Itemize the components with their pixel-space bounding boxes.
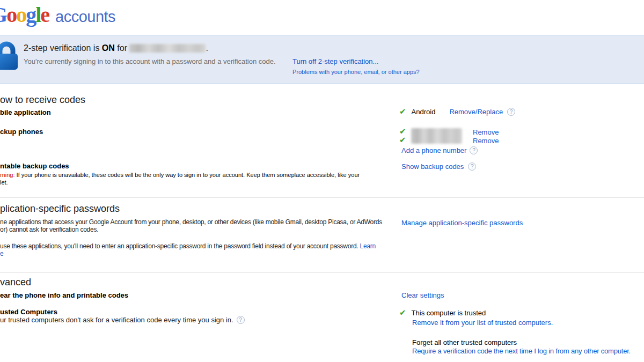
google-logo-text: Google	[0, 3, 49, 27]
remove-phone-2-link[interactable]: Remove	[473, 137, 499, 145]
paragraph-line: e	[0, 250, 376, 257]
backup-codes-warning: rning: If your phone is unavailable, the…	[0, 171, 360, 186]
trusted-desc-text: ur trusted computers don't ask for a ver…	[0, 316, 233, 324]
section-divider	[0, 272, 644, 273]
trusted-computers-label: usted Computers	[0, 308, 57, 316]
banner-subtitle: You're currently signing in to this acco…	[24, 57, 276, 65]
banner-title-prefix: 2-step verification is	[24, 43, 102, 53]
backup-phones-label: ckup phones	[0, 128, 43, 136]
warning-prefix: rning:	[0, 172, 15, 178]
header-bar: Googleaccounts	[0, 0, 644, 35]
manage-app-passwords-link[interactable]: Manage application-specific passwords	[401, 219, 523, 227]
redacted-account-email	[129, 44, 206, 53]
warning-line-2: let.	[0, 179, 360, 186]
app-passwords-paragraph-2: use these applications, you'll need to e…	[0, 242, 376, 257]
lock-icon	[0, 40, 19, 71]
backup-phones-block: ✔ ✔ Remove Remove Add a phone number ?	[399, 128, 560, 157]
paragraph-line: use these applications, you'll need to e…	[0, 242, 376, 250]
clear-settings-link[interactable]: Clear settings	[401, 291, 444, 299]
logo-letter: l	[35, 3, 40, 27]
warning-text: If your phone is unavailable, these code…	[15, 172, 360, 178]
show-codes-row: Show backup codes ?	[401, 162, 476, 171]
receive-codes-heading: ow to receive codes	[0, 94, 85, 106]
app-passwords-heading: plication-specific passwords	[0, 203, 120, 215]
check-icon: ✔	[399, 136, 406, 144]
warning-line-1: rning: If your phone is unavailable, the…	[0, 171, 360, 179]
app-passwords-paragraph-1: ne applications that access your Google …	[0, 218, 382, 233]
clear-phone-info-label: ear the phone info and printable codes	[0, 291, 128, 299]
paragraph-line: or) cannot ask for verification codes.	[0, 226, 382, 233]
trusted-computers-block: ✔ This computer is trusted Remove it fro…	[399, 309, 644, 362]
check-icon: ✔	[399, 108, 406, 116]
printable-codes-label: ntable backup codes	[0, 162, 69, 170]
section-divider	[0, 197, 644, 198]
require-code-link[interactable]: Require a verification code the next tim…	[412, 347, 631, 355]
two-step-banner: 2-step verification is ON for . You're c…	[0, 35, 644, 84]
remove-replace-link[interactable]: Remove/Replace	[449, 108, 503, 116]
help-icon[interactable]: ?	[468, 162, 476, 171]
accounts-logo-text: accounts	[55, 8, 115, 25]
logo-letter: g	[26, 3, 35, 27]
logo-letter: G	[0, 3, 6, 27]
learn-more-link[interactable]: Learn	[360, 242, 376, 250]
remove-trusted-computer-link[interactable]: Remove it from your list of trusted comp…	[412, 319, 553, 327]
check-icon: ✔	[399, 128, 406, 136]
help-icon[interactable]: ?	[470, 146, 478, 154]
paragraph-text: use these applications, you'll need to e…	[0, 242, 360, 250]
mobile-application-label: bile application	[0, 108, 51, 116]
android-device-label: Android	[412, 108, 436, 116]
page: Googleaccounts 2-step verification is ON…	[0, 0, 644, 362]
learn-more-link-wrap[interactable]: e	[0, 250, 3, 257]
banner-on-status: ON	[102, 43, 115, 53]
turn-off-2step-link[interactable]: Turn off 2-step verification...	[292, 57, 378, 65]
advanced-heading: vanced	[0, 277, 31, 288]
trusted-status-text: This computer is trusted	[412, 309, 486, 317]
google-accounts-logo[interactable]: Googleaccounts	[0, 2, 115, 27]
show-backup-codes-link[interactable]: Show backup codes	[401, 162, 464, 171]
redacted-phone-numbers	[411, 128, 462, 144]
check-icon: ✔	[399, 309, 406, 317]
trusted-status-row: ✔ This computer is trusted	[399, 309, 644, 317]
banner-title: 2-step verification is ON for .	[24, 43, 208, 53]
help-icon[interactable]: ?	[507, 108, 515, 116]
trusted-computers-description: ur trusted computers don't ask for a ver…	[0, 316, 245, 324]
logo-letter: e	[40, 3, 49, 27]
remove-phone-1-link[interactable]: Remove	[473, 128, 499, 136]
banner-title-period: .	[206, 43, 208, 53]
logo-letter: o	[6, 3, 16, 27]
help-icon[interactable]: ?	[237, 316, 245, 324]
forget-other-computers-label: Forget all other trusted computers	[412, 338, 517, 346]
add-phone-row: Add a phone number ?	[401, 146, 478, 154]
logo-letter: o	[16, 3, 26, 27]
banner-title-mid: for	[115, 43, 130, 53]
paragraph-line: ne applications that access your Google …	[0, 218, 382, 226]
add-phone-number-link[interactable]: Add a phone number	[401, 146, 466, 154]
android-row: ✔ Android Remove/Replace ?	[399, 108, 515, 116]
problems-help-link[interactable]: Problems with your phone, email, or othe…	[292, 69, 420, 75]
